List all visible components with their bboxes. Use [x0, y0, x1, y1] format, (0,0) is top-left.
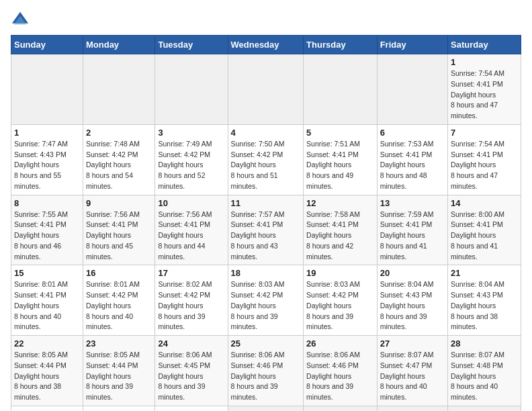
- day-info: Sunrise: 8:04 AM Sunset: 4:43 PM Dayligh…: [380, 279, 445, 332]
- page-header: [11, 11, 521, 30]
- day-number: 15: [14, 268, 80, 278]
- day-number: 27: [380, 338, 445, 349]
- day-cell: 8 Sunrise: 7:55 AM Sunset: 4:41 PM Dayli…: [11, 195, 83, 265]
- day-info: Sunrise: 8:05 AM Sunset: 4:44 PM Dayligh…: [86, 350, 152, 403]
- day-number: 11: [231, 198, 301, 208]
- day-cell: 4 Sunrise: 7:50 AM Sunset: 4:42 PM Dayli…: [228, 124, 304, 195]
- day-cell: 19 Sunrise: 8:03 AM Sunset: 4:42 PM Dayl…: [304, 265, 378, 336]
- day-cell: 2 Sunrise: 7:48 AM Sunset: 4:42 PM Dayli…: [83, 124, 154, 195]
- week-row-2: 1 Sunrise: 7:47 AM Sunset: 4:43 PM Dayli…: [11, 124, 521, 195]
- column-header-monday: Monday: [83, 36, 154, 54]
- day-info: Sunrise: 8:00 AM Sunset: 4:41 PM Dayligh…: [451, 210, 518, 263]
- day-cell: [155, 54, 228, 125]
- day-cell: 13 Sunrise: 7:59 AM Sunset: 4:41 PM Dayl…: [377, 195, 447, 265]
- day-info: Sunrise: 8:07 AM Sunset: 4:47 PM Dayligh…: [380, 350, 445, 403]
- day-info: Sunrise: 8:03 AM Sunset: 4:42 PM Dayligh…: [306, 279, 374, 332]
- day-cell: 14 Sunrise: 8:00 AM Sunset: 4:41 PM Dayl…: [448, 195, 521, 265]
- day-number: 23: [86, 338, 152, 349]
- day-info: Sunrise: 7:56 AM Sunset: 4:41 PM Dayligh…: [86, 210, 152, 263]
- day-number: 28: [451, 338, 518, 349]
- day-info: Sunrise: 8:06 AM Sunset: 4:46 PM Dayligh…: [231, 350, 301, 403]
- column-header-thursday: Thursday: [304, 36, 378, 54]
- day-number: 21: [451, 268, 518, 278]
- day-info: Sunrise: 7:57 AM Sunset: 4:41 PM Dayligh…: [231, 210, 301, 263]
- day-number: 9: [86, 198, 152, 208]
- day-number: 12: [306, 198, 374, 208]
- day-cell: 9 Sunrise: 7:56 AM Sunset: 4:41 PM Dayli…: [83, 195, 154, 265]
- day-cell: 1 Sunrise: 7:54 AM Sunset: 4:41 PM Dayli…: [448, 54, 521, 125]
- day-info: Sunrise: 8:02 AM Sunset: 4:42 PM Dayligh…: [158, 279, 224, 332]
- day-number: 16: [86, 268, 152, 278]
- calendar-table: SundayMondayTuesdayWednesdayThursdayFrid…: [11, 35, 521, 411]
- day-number: 19: [306, 268, 374, 278]
- day-number: 24: [158, 338, 224, 349]
- day-cell: 17 Sunrise: 8:02 AM Sunset: 4:42 PM Dayl…: [155, 265, 228, 336]
- day-info: Sunrise: 8:07 AM Sunset: 4:48 PM Dayligh…: [451, 350, 518, 403]
- day-cell: [304, 406, 378, 411]
- day-number: 26: [306, 338, 374, 349]
- day-info: Sunrise: 7:54 AM Sunset: 4:41 PM Dayligh…: [451, 139, 518, 192]
- day-number: 6: [380, 128, 445, 138]
- calendar-body: 1 Sunrise: 7:54 AM Sunset: 4:41 PM Dayli…: [11, 54, 521, 412]
- day-info: Sunrise: 8:04 AM Sunset: 4:43 PM Dayligh…: [451, 279, 518, 332]
- day-info: Sunrise: 7:58 AM Sunset: 4:41 PM Dayligh…: [306, 210, 374, 263]
- day-number: 14: [451, 198, 518, 208]
- logo: [11, 11, 32, 30]
- day-number: 17: [158, 268, 224, 278]
- day-info: Sunrise: 7:56 AM Sunset: 4:41 PM Dayligh…: [158, 210, 224, 263]
- week-row-4: 15 Sunrise: 8:01 AM Sunset: 4:41 PM Dayl…: [11, 265, 521, 336]
- day-info: Sunrise: 8:03 AM Sunset: 4:42 PM Dayligh…: [231, 279, 301, 332]
- day-cell: 6 Sunrise: 7:53 AM Sunset: 4:41 PM Dayli…: [377, 124, 447, 195]
- day-cell: 24 Sunrise: 8:06 AM Sunset: 4:45 PM Dayl…: [155, 336, 228, 406]
- day-cell: 29 Sunrise: 8:07 AM Sunset: 4:49 PM Dayl…: [11, 406, 83, 411]
- day-cell: 31 Sunrise: 8:07 AM Sunset: 4:50 PM Dayl…: [155, 406, 228, 411]
- day-info: Sunrise: 7:55 AM Sunset: 4:41 PM Dayligh…: [14, 210, 80, 263]
- day-cell: [83, 54, 154, 125]
- day-cell: [11, 54, 83, 125]
- day-cell: 18 Sunrise: 8:03 AM Sunset: 4:42 PM Dayl…: [228, 265, 304, 336]
- day-cell: 5 Sunrise: 7:51 AM Sunset: 4:41 PM Dayli…: [304, 124, 378, 195]
- column-header-friday: Friday: [377, 36, 447, 54]
- week-row-3: 8 Sunrise: 7:55 AM Sunset: 4:41 PM Dayli…: [11, 195, 521, 265]
- day-cell: 27 Sunrise: 8:07 AM Sunset: 4:47 PM Dayl…: [377, 336, 447, 406]
- day-info: Sunrise: 8:06 AM Sunset: 4:45 PM Dayligh…: [158, 350, 224, 403]
- day-cell: [304, 54, 378, 125]
- day-cell: 25 Sunrise: 8:06 AM Sunset: 4:46 PM Dayl…: [228, 336, 304, 406]
- day-number: 25: [231, 338, 301, 349]
- column-header-wednesday: Wednesday: [228, 36, 304, 54]
- day-cell: 1 Sunrise: 7:47 AM Sunset: 4:43 PM Dayli…: [11, 124, 83, 195]
- day-cell: [377, 54, 447, 125]
- day-info: Sunrise: 7:50 AM Sunset: 4:42 PM Dayligh…: [231, 139, 301, 192]
- day-info: Sunrise: 7:54 AM Sunset: 4:41 PM Dayligh…: [451, 68, 518, 122]
- day-number: 1: [14, 128, 80, 138]
- logo-icon: [11, 11, 30, 30]
- column-header-tuesday: Tuesday: [155, 36, 228, 54]
- day-info: Sunrise: 8:05 AM Sunset: 4:44 PM Dayligh…: [14, 350, 80, 403]
- day-info: Sunrise: 7:48 AM Sunset: 4:42 PM Dayligh…: [86, 139, 152, 192]
- day-cell: 7 Sunrise: 7:54 AM Sunset: 4:41 PM Dayli…: [448, 124, 521, 195]
- day-number: 20: [380, 268, 445, 278]
- day-cell: 26 Sunrise: 8:06 AM Sunset: 4:46 PM Dayl…: [304, 336, 378, 406]
- day-number: 1: [451, 57, 518, 67]
- week-row-5: 22 Sunrise: 8:05 AM Sunset: 4:44 PM Dayl…: [11, 336, 521, 406]
- day-info: Sunrise: 7:49 AM Sunset: 4:42 PM Dayligh…: [158, 139, 224, 192]
- column-header-saturday: Saturday: [448, 36, 521, 54]
- day-cell: 30 Sunrise: 8:07 AM Sunset: 4:49 PM Dayl…: [83, 406, 154, 411]
- week-row-6: 29 Sunrise: 8:07 AM Sunset: 4:49 PM Dayl…: [11, 406, 521, 411]
- day-number: 8: [14, 198, 80, 208]
- day-cell: 22 Sunrise: 8:05 AM Sunset: 4:44 PM Dayl…: [11, 336, 83, 406]
- day-number: 3: [158, 128, 224, 138]
- day-number: 2: [86, 128, 152, 138]
- day-info: Sunrise: 8:06 AM Sunset: 4:46 PM Dayligh…: [306, 350, 374, 403]
- day-info: Sunrise: 8:01 AM Sunset: 4:41 PM Dayligh…: [14, 279, 80, 332]
- column-header-sunday: Sunday: [11, 36, 83, 54]
- day-cell: 20 Sunrise: 8:04 AM Sunset: 4:43 PM Dayl…: [377, 265, 447, 336]
- day-cell: [228, 406, 304, 411]
- day-cell: 28 Sunrise: 8:07 AM Sunset: 4:48 PM Dayl…: [448, 336, 521, 406]
- day-cell: 3 Sunrise: 7:49 AM Sunset: 4:42 PM Dayli…: [155, 124, 228, 195]
- day-info: Sunrise: 7:59 AM Sunset: 4:41 PM Dayligh…: [380, 210, 445, 263]
- calendar-header-row: SundayMondayTuesdayWednesdayThursdayFrid…: [11, 36, 521, 54]
- day-info: Sunrise: 8:01 AM Sunset: 4:42 PM Dayligh…: [86, 279, 152, 332]
- day-number: 22: [14, 338, 80, 349]
- day-number: 13: [380, 198, 445, 208]
